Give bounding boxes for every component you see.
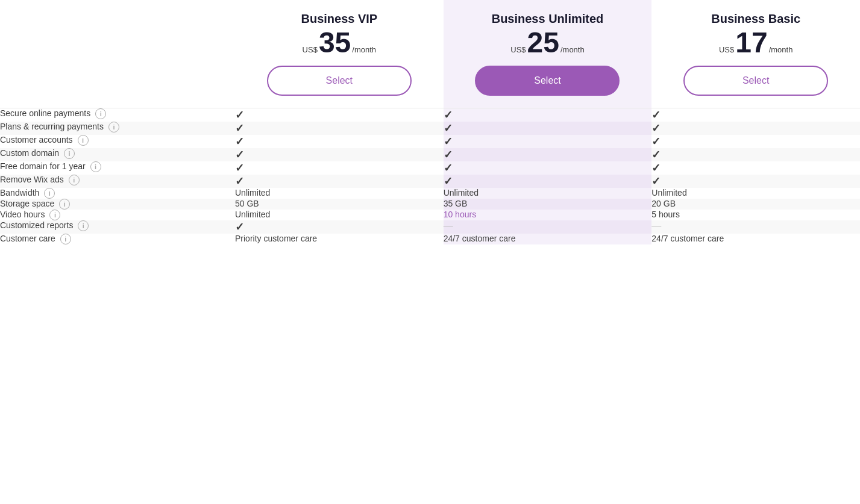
check-icon: ✓ [444, 122, 453, 134]
plan-header-unlimited: Business Unlimited US$ 25 /month Select [444, 0, 652, 108]
table-grid: Business VIP US$ 35 /month Select Busine… [0, 0, 860, 108]
cell-unlimited-4: ✓ [444, 161, 652, 175]
price-amount-vip: 35 [319, 28, 351, 57]
cell-unlimited-7: 35 GB [444, 199, 652, 210]
cell-unlimited-0: ✓ [444, 108, 652, 122]
check-icon: ✓ [444, 149, 453, 161]
select-button-vip[interactable]: Select [267, 66, 412, 96]
cell-basic-1: ✓ [651, 122, 860, 135]
info-icon-4[interactable]: i [90, 161, 101, 172]
check-icon: ✓ [444, 175, 453, 187]
feature-name-1: Plans & recurring payments [0, 122, 104, 131]
info-icon-6[interactable]: i [44, 188, 55, 199]
cell-value-basic-8: 5 hours [651, 210, 680, 219]
check-icon: ✓ [235, 122, 244, 134]
cell-unlimited-5: ✓ [444, 175, 652, 188]
cell-value-vip-6: Unlimited [235, 188, 270, 198]
cell-vip-1: ✓ [235, 122, 444, 135]
plan-name-unlimited: Business Unlimited [453, 12, 642, 26]
cell-value-vip-8: Unlimited [235, 210, 270, 219]
cell-basic-8: 5 hours [651, 210, 860, 220]
price-period-basic: /month [769, 45, 793, 54]
price-period-vip: /month [352, 45, 376, 54]
cell-value-unlimited-8: 10 hours [444, 210, 476, 219]
cell-basic-0: ✓ [651, 108, 860, 122]
feature-label-1: Plans & recurring paymentsi [0, 122, 235, 135]
dash-icon: — [444, 220, 453, 231]
info-icon-8[interactable]: i [49, 210, 60, 220]
cell-unlimited-6: Unlimited [444, 188, 652, 199]
check-icon: ✓ [444, 109, 453, 121]
header-empty [0, 0, 235, 108]
feature-label-3: Custom domaini [0, 148, 235, 161]
feature-name-0: Secure online payments [0, 108, 90, 118]
feature-name-2: Customer accounts [0, 135, 73, 145]
feature-name-4: Free domain for 1 year [0, 161, 86, 171]
cell-vip-2: ✓ [235, 135, 444, 148]
select-button-basic[interactable]: Select [683, 66, 828, 96]
cell-value-vip-10: Priority customer care [235, 234, 317, 243]
cell-unlimited-9: — [444, 220, 652, 234]
info-icon-7[interactable]: i [59, 199, 70, 210]
feature-label-8: Video hoursi [0, 210, 235, 220]
cell-basic-2: ✓ [651, 135, 860, 148]
cell-vip-8: Unlimited [235, 210, 444, 220]
price-row-vip: US$ 35 /month [245, 28, 434, 57]
info-icon-2[interactable]: i [78, 135, 89, 146]
cell-value-basic-10: 24/7 customer care [651, 234, 724, 243]
feature-name-5: Remove Wix ads [0, 175, 64, 184]
check-icon: ✓ [651, 149, 661, 161]
cell-basic-5: ✓ [651, 175, 860, 188]
cell-vip-7: 50 GB [235, 199, 444, 210]
cell-value-unlimited-7: 35 GB [444, 199, 468, 208]
feature-name-10: Customer care [0, 234, 55, 243]
check-icon: ✓ [235, 221, 244, 233]
info-icon-1[interactable]: i [108, 122, 119, 132]
cell-value-vip-7: 50 GB [235, 199, 259, 208]
feature-name-8: Video hours [0, 210, 45, 219]
cell-basic-9: — [651, 220, 860, 234]
cell-basic-4: ✓ [651, 161, 860, 175]
feature-label-6: Bandwidthi [0, 188, 235, 199]
features-grid: Secure online paymentsi✓✓✓Plans & recurr… [0, 108, 860, 244]
cell-unlimited-10: 24/7 customer care [444, 234, 652, 244]
feature-label-9: Customized reportsi [0, 220, 235, 234]
cell-vip-5: ✓ [235, 175, 444, 188]
cell-vip-3: ✓ [235, 148, 444, 161]
cell-unlimited-8: 10 hours [444, 210, 652, 220]
select-button-unlimited[interactable]: Select [475, 66, 620, 96]
info-icon-0[interactable]: i [95, 108, 106, 119]
price-row-basic: US$ 17 /month [661, 28, 850, 57]
info-icon-9[interactable]: i [78, 220, 89, 231]
feature-name-6: Bandwidth [0, 188, 39, 198]
feature-label-5: Remove Wix adsi [0, 175, 235, 188]
check-icon: ✓ [444, 135, 453, 148]
cell-basic-3: ✓ [651, 148, 860, 161]
check-icon: ✓ [651, 122, 661, 134]
check-icon: ✓ [651, 109, 661, 121]
plan-name-vip: Business VIP [245, 12, 434, 26]
check-icon: ✓ [235, 162, 244, 174]
check-icon: ✓ [651, 162, 661, 174]
cell-basic-7: 20 GB [651, 199, 860, 210]
price-row-unlimited: US$ 25 /month [453, 28, 642, 57]
cell-vip-0: ✓ [235, 108, 444, 122]
cell-unlimited-1: ✓ [444, 122, 652, 135]
cell-vip-10: Priority customer care [235, 234, 444, 244]
check-icon: ✓ [444, 162, 453, 174]
plan-header-basic: Business Basic US$ 17 /month Select [651, 0, 860, 108]
feature-name-3: Custom domain [0, 148, 59, 158]
info-icon-10[interactable]: i [60, 234, 71, 244]
pricing-table: Business VIP US$ 35 /month Select Busine… [0, 0, 860, 504]
check-icon: ✓ [235, 135, 244, 148]
price-currency-basic: US$ [719, 45, 734, 54]
feature-label-4: Free domain for 1 yeari [0, 161, 235, 175]
info-icon-5[interactable]: i [69, 175, 80, 185]
cell-value-basic-7: 20 GB [651, 199, 676, 208]
price-currency-unlimited: US$ [510, 45, 526, 54]
plan-header-vip: Business VIP US$ 35 /month Select [235, 0, 444, 108]
info-icon-3[interactable]: i [64, 148, 75, 159]
price-currency-vip: US$ [303, 45, 318, 54]
check-icon: ✓ [651, 175, 661, 187]
price-amount-unlimited: 25 [527, 28, 559, 57]
